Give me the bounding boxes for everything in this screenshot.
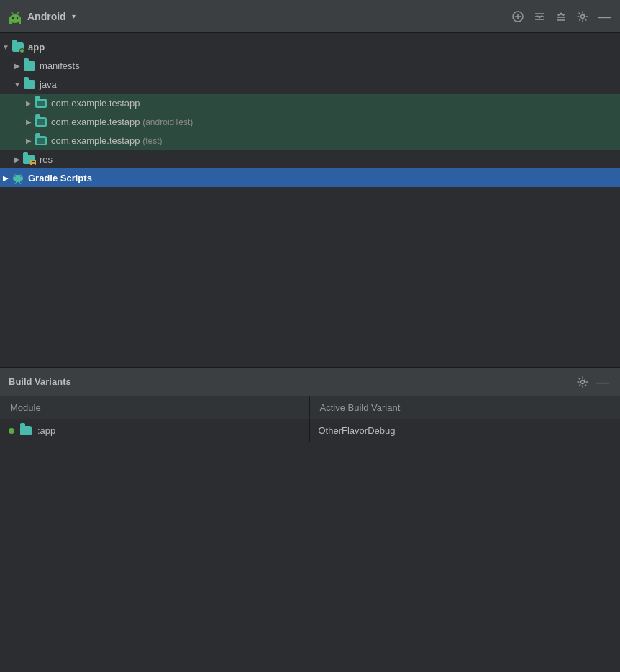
- toggle-app[interactable]: ▼: [0, 43, 12, 51]
- module-folder-icon: [20, 426, 32, 435]
- header-title: Android: [27, 11, 66, 22]
- column-active-build-variant: Active Build Variant: [309, 396, 620, 419]
- svg-point-22: [20, 176, 22, 177]
- pkg1-icon: [35, 96, 47, 109]
- toggle-res[interactable]: ▶: [12, 155, 23, 163]
- svg-point-2: [12, 17, 14, 18]
- build-variants-minimize-button[interactable]: —: [594, 373, 611, 391]
- tree-label-gradle: Gradle Scripts: [28, 173, 92, 183]
- toggle-java[interactable]: ▼: [12, 81, 23, 88]
- variant-value: OtherFlavorDebug: [319, 425, 396, 436]
- gradle-scripts-icon: [12, 171, 24, 184]
- build-variants-actions: —: [574, 373, 611, 391]
- table-header-row: Module Active Build Variant: [0, 396, 620, 419]
- collapse-all-button[interactable]: [531, 8, 548, 25]
- minus-icon: —: [598, 10, 611, 23]
- tree-item-pkg1[interactable]: ▶ com.example.testapp: [0, 94, 620, 112]
- svg-point-3: [17, 17, 18, 18]
- tree-label-res: res: [40, 154, 53, 165]
- tree-item-pkg2[interactable]: ▶ com.example.testapp (androidTest): [0, 112, 620, 131]
- project-tree: ▼ app ▶ manifests ▼ java: [0, 33, 620, 367]
- build-variants-header: Build Variants —: [0, 368, 620, 396]
- tree-item-app[interactable]: ▼ app: [0, 37, 620, 56]
- project-panel-header: Android ▾: [0, 0, 620, 33]
- tree-item-res[interactable]: ▶ res: [0, 150, 620, 168]
- build-variants-panel: Build Variants — Module Active Build Var…: [0, 368, 620, 672]
- column-module: Module: [0, 396, 309, 419]
- tree-item-gradle-scripts[interactable]: ▶ Gradle Scripts: [0, 168, 620, 187]
- tree-item-pkg3[interactable]: ▶ com.example.testapp (test): [0, 131, 620, 150]
- table-row[interactable]: :app OtherFlavorDebug: [0, 419, 620, 442]
- build-variants-settings-button[interactable]: [574, 373, 591, 391]
- minimize-bv-icon: —: [596, 376, 609, 389]
- tree-item-manifests[interactable]: ▶ manifests: [0, 56, 620, 75]
- minimize-button[interactable]: —: [596, 8, 613, 25]
- android-icon: [7, 9, 23, 24]
- module-green-dot: [9, 428, 14, 434]
- java-folder-icon: [23, 78, 36, 91]
- header-actions: —: [509, 8, 613, 25]
- toggle-pkg3[interactable]: ▶: [23, 137, 35, 145]
- build-variants-table: Module Active Build Variant :app OtherFl…: [0, 396, 620, 442]
- svg-line-5: [17, 12, 19, 14]
- manifests-folder-icon: [23, 59, 36, 72]
- toggle-pkg1[interactable]: ▶: [23, 99, 35, 107]
- settings-button[interactable]: [574, 8, 591, 25]
- res-folder-icon: [23, 153, 36, 165]
- app-folder-icon: [12, 40, 24, 53]
- pkg2-icon: [35, 115, 47, 128]
- tree-item-java[interactable]: ▼ java: [0, 75, 620, 94]
- svg-point-21: [14, 176, 16, 177]
- module-cell: :app: [0, 419, 309, 442]
- header-left: Android ▾: [7, 9, 509, 24]
- svg-line-4: [12, 12, 13, 14]
- tree-label-manifests: manifests: [40, 60, 80, 71]
- variant-cell[interactable]: OtherFlavorDebug: [309, 419, 620, 442]
- toggle-manifests[interactable]: ▶: [12, 62, 23, 70]
- toggle-gradle[interactable]: ▶: [0, 174, 12, 182]
- module-name: :app: [37, 425, 55, 436]
- pkg3-icon: [35, 134, 47, 147]
- dropdown-arrow-icon[interactable]: ▾: [72, 12, 76, 20]
- expand-all-button[interactable]: [552, 8, 570, 25]
- add-button[interactable]: [509, 8, 526, 25]
- svg-rect-6: [9, 21, 12, 24]
- build-variants-title: Build Variants: [9, 376, 574, 387]
- tree-label-java: java: [40, 79, 57, 90]
- svg-rect-7: [19, 21, 21, 24]
- toggle-pkg2[interactable]: ▶: [23, 118, 35, 126]
- tree-label-pkg2: com.example.testapp (androidTest): [51, 117, 193, 127]
- tree-label-pkg3: com.example.testapp (test): [51, 135, 163, 146]
- tree-label-app: app: [28, 42, 45, 53]
- tree-label-pkg1: com.example.testapp: [51, 98, 140, 109]
